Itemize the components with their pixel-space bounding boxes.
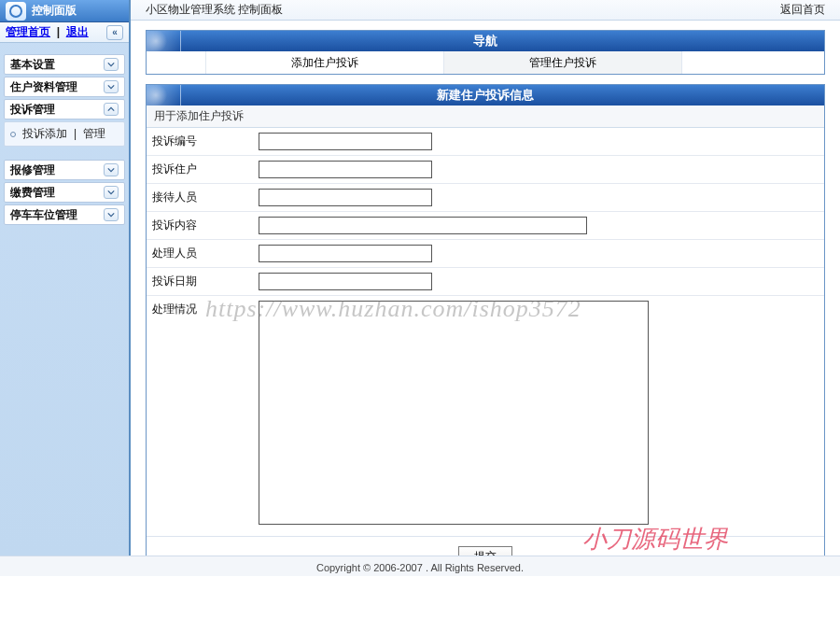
nav-panel-header: 导航 — [147, 31, 824, 51]
chevron-up-icon — [104, 103, 119, 116]
label-complaint-no: 投诉编号 — [147, 131, 259, 152]
form-panel: 新建住户投诉信息 用于添加住户投诉 投诉编号 投诉住户 接待人员 — [146, 84, 825, 556]
sidebar: 控制面版 管理首页 | 退出 « 基本设置 住户资料管理 投诉管理 投诉添加 — [0, 0, 131, 556]
input-date[interactable] — [259, 273, 432, 290]
chevron-down-icon — [104, 58, 119, 71]
label-handler: 处理人员 — [147, 243, 259, 264]
back-home-link[interactable]: 返回首页 — [780, 2, 825, 18]
collapse-sidebar-icon[interactable]: « — [106, 25, 123, 40]
input-complaint-no[interactable] — [259, 133, 432, 150]
tab-manage-complaint[interactable]: 管理住户投诉 — [444, 51, 682, 74]
input-handler[interactable] — [259, 245, 432, 262]
sidebar-group-basic[interactable]: 基本设置 — [4, 54, 125, 75]
sidebar-title: 控制面版 — [32, 3, 77, 19]
sidebar-group-label: 投诉管理 — [10, 102, 55, 118]
input-receiver[interactable] — [259, 189, 432, 206]
chevron-down-icon — [104, 208, 119, 221]
logout-link[interactable]: 退出 — [66, 25, 89, 38]
label-date: 投诉日期 — [147, 271, 259, 292]
sidebar-group-resident[interactable]: 住户资料管理 — [4, 77, 125, 97]
sidebar-sub-complaint: 投诉添加 | 管理 — [4, 121, 125, 147]
sidebar-group-fee[interactable]: 缴费管理 — [4, 182, 125, 203]
manage-home-link[interactable]: 管理首页 — [6, 25, 50, 38]
input-content[interactable] — [259, 217, 587, 234]
sidebar-header: 控制面版 — [0, 0, 129, 22]
tab-add-complaint[interactable]: 添加住户投诉 — [206, 51, 444, 74]
nav-spacer-right — [682, 51, 824, 74]
sidebar-group-complaint[interactable]: 投诉管理 — [4, 99, 125, 120]
label-resident: 投诉住户 — [147, 159, 259, 180]
label-content: 投诉内容 — [147, 215, 259, 236]
textarea-result[interactable] — [259, 301, 649, 525]
sidebar-group-label: 停车车位管理 — [10, 207, 77, 223]
chevron-down-icon — [104, 186, 119, 199]
chevron-down-icon — [104, 80, 119, 93]
sidebar-item-complaint-add[interactable]: 投诉添加 — [22, 127, 67, 140]
form-panel-header: 新建住户投诉信息 — [147, 85, 824, 106]
sidebar-group-label: 缴费管理 — [10, 185, 55, 201]
submit-button[interactable]: 提交 — [458, 546, 512, 556]
sidebar-group-parking[interactable]: 停车车位管理 — [4, 204, 125, 225]
sidebar-group-repair[interactable]: 报修管理 — [4, 160, 125, 180]
nav-panel: 导航 添加住户投诉 管理住户投诉 — [146, 30, 825, 75]
sidebar-group-label: 报修管理 — [10, 162, 55, 178]
nav-tabs: 添加住户投诉 管理住户投诉 — [147, 51, 824, 74]
input-resident[interactable] — [259, 161, 432, 178]
form-description: 用于添加住户投诉 — [147, 106, 824, 128]
app-logo-icon — [6, 2, 26, 21]
sidebar-item-complaint-manage[interactable]: 管理 — [83, 127, 105, 140]
bullet-icon — [10, 132, 16, 137]
sidebar-controls: 管理首页 | 退出 « — [0, 22, 129, 43]
topbar: 小区物业管理系统 控制面板 返回首页 — [131, 0, 840, 21]
sidebar-group-label: 基本设置 — [10, 57, 55, 73]
label-result: 处理情况 — [147, 299, 259, 320]
footer: Copyright © 2006-2007 . All Rights Reser… — [0, 556, 840, 576]
label-receiver: 接待人员 — [147, 187, 259, 208]
sidebar-group-label: 住户资料管理 — [10, 79, 77, 95]
main: 小区物业管理系统 控制面板 返回首页 导航 添加住户投诉 管理住户投诉 新建住户… — [131, 0, 840, 556]
chevron-down-icon — [104, 163, 119, 176]
nav-spacer-left — [147, 51, 206, 74]
page-title: 小区物业管理系统 控制面板 — [146, 2, 283, 18]
